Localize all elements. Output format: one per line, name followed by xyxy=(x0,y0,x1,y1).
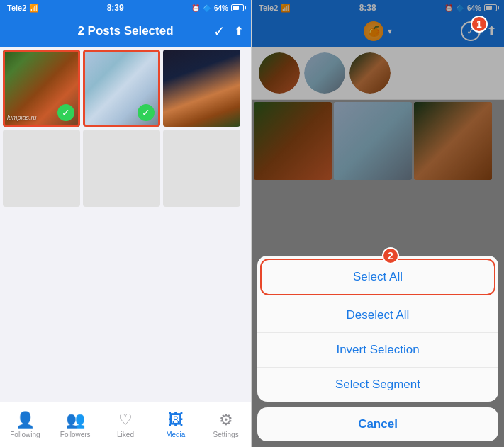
left-header: 2 Posts Selected ✓ ⬆ xyxy=(0,16,251,47)
badge-2: 2 xyxy=(382,247,399,264)
badge-1: 1 xyxy=(471,16,488,33)
check-mark-1: ✓ xyxy=(57,104,74,121)
left-phone: Tele2 📶 8:39 ⏰ 🔷 64% 2 Posts Selected ✓ … xyxy=(0,0,252,447)
action-sheet: 2 Select All Deselect All Invert Selecti… xyxy=(252,242,504,447)
tab-bar-left: 👤 Following 👥 Followers ♡ Liked 🖼 Media … xyxy=(0,402,251,447)
grid-cell-2[interactable]: ✓ xyxy=(83,50,160,127)
left-header-title: 2 Posts Selected xyxy=(77,24,173,38)
photo-forest-1 xyxy=(163,50,240,127)
following-label: Following xyxy=(10,431,40,438)
tab-media[interactable]: 🖼 Media xyxy=(150,411,201,438)
action-sheet-group: Select All Deselect All Invert Selection… xyxy=(257,256,498,402)
settings-label: Settings xyxy=(213,431,239,438)
followers-icon: 👥 xyxy=(66,411,85,429)
select-all-button[interactable]: Select All xyxy=(262,260,494,294)
left-alarm-icon: ⏰ xyxy=(191,4,200,12)
cancel-button[interactable]: Cancel xyxy=(257,407,498,441)
followers-label: Followers xyxy=(60,431,91,438)
select-segment-button[interactable]: Select Segment xyxy=(257,368,498,402)
grid-cell-6[interactable] xyxy=(163,130,240,207)
settings-icon: ⚙ xyxy=(219,411,233,429)
media-label: Media xyxy=(166,431,185,438)
tab-following[interactable]: 👤 Following xyxy=(0,411,50,438)
deselect-all-button[interactable]: Deselect All xyxy=(257,298,498,333)
liked-label: Liked xyxy=(117,431,134,438)
action-sheet-overlay: 2 Select All Deselect All Invert Selecti… xyxy=(252,0,504,447)
left-wifi-icon: 📶 xyxy=(29,4,39,13)
grid-cell-4[interactable] xyxy=(3,130,80,207)
left-grid: lumpias.ru ✓ ✓ xyxy=(0,47,251,402)
left-time: 8:39 xyxy=(107,3,124,13)
share-icon[interactable]: ⬆ xyxy=(234,24,244,39)
right-phone: Tele2 📶 8:38 ⏰ 🔷 64% 🍊 ▾ ✓ 1 ⬆ xyxy=(252,0,504,447)
left-carrier: Tele2 xyxy=(7,4,26,12)
left-status-left: Tele2 📶 xyxy=(7,4,39,13)
invert-selection-button[interactable]: Invert Selection xyxy=(257,333,498,368)
left-bt-icon: 🔷 xyxy=(203,4,211,12)
left-status-bar: Tele2 📶 8:39 ⏰ 🔷 64% xyxy=(0,0,251,16)
left-header-icons: ✓ ⬆ xyxy=(213,23,244,40)
grid-cell-3[interactable] xyxy=(163,50,240,127)
liked-icon: ♡ xyxy=(118,411,133,429)
left-battery-icon xyxy=(231,4,244,11)
check-mark-2: ✓ xyxy=(138,104,155,121)
media-icon: 🖼 xyxy=(168,411,184,429)
grid-cell-5[interactable] xyxy=(83,130,160,207)
watermark-1: lumpias.ru xyxy=(7,114,37,121)
tab-settings[interactable]: ⚙ Settings xyxy=(201,411,251,438)
checkmark-icon[interactable]: ✓ xyxy=(213,23,225,40)
action-cancel-group: Cancel xyxy=(257,407,498,441)
tab-followers[interactable]: 👥 Followers xyxy=(50,411,101,438)
following-icon: 👤 xyxy=(16,411,35,429)
left-status-right: ⏰ 🔷 64% xyxy=(191,4,244,12)
grid-cell-1[interactable]: lumpias.ru ✓ xyxy=(3,50,80,127)
left-battery-text: 64% xyxy=(214,4,228,12)
tab-liked[interactable]: ♡ Liked xyxy=(101,411,151,438)
